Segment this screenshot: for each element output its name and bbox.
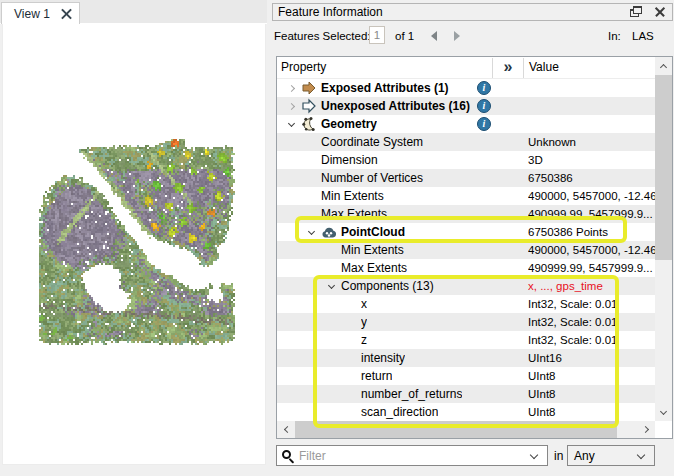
property-value: x, ..., gps_time: [528, 277, 655, 295]
property-name: Geometry: [321, 117, 377, 131]
property-row-min-extents[interactable]: Min Extents490000, 5457000, -12.46: [277, 187, 655, 205]
horizontal-scrollbar-thumb[interactable]: [295, 421, 617, 438]
point-cloud-render[interactable]: [39, 137, 237, 371]
float-panel-button[interactable]: [630, 6, 642, 17]
property-row-pointcloud[interactable]: PointCloud6750386 Points: [277, 223, 655, 241]
property-name: z: [361, 333, 367, 347]
property-name: return: [361, 369, 392, 383]
chevron-right-icon: [287, 84, 294, 91]
property-name: PointCloud: [341, 225, 405, 239]
info-icon[interactable]: i: [477, 117, 491, 131]
in-label: In:: [608, 30, 621, 42]
property-row-max-extents[interactable]: Max Extents490999.99, 5457999.9...: [277, 205, 655, 223]
chevron-down-icon: [287, 119, 294, 126]
format-label: LAS: [632, 30, 654, 42]
scroll-left-button[interactable]: [277, 421, 294, 438]
property-row-intensity[interactable]: intensityUInt16: [277, 349, 655, 367]
search-icon: [282, 449, 296, 463]
property-table: Property » Value Exposed Attributes (1)i…: [276, 56, 673, 439]
feature-selector-row: Features Selected: 1 of 1 In: LAS: [271, 22, 674, 54]
expand-arrow-icon[interactable]: [281, 101, 301, 112]
scope-dropdown-arrow-icon: [637, 451, 645, 459]
property-row-dimension[interactable]: Dimension3D: [277, 151, 655, 169]
property-value: 490000, 5457000, -12.46: [528, 187, 655, 205]
property-name: Min Extents: [341, 243, 404, 257]
property-value: Unknown: [528, 133, 655, 151]
property-row-y[interactable]: yInt32, Scale: 0.01: [277, 313, 655, 331]
filter-input[interactable]: Filter: [276, 445, 548, 466]
view-panel: View 1: [0, 0, 271, 476]
tab-close-icon[interactable]: [61, 8, 73, 20]
property-table-header: Property » Value: [277, 57, 655, 79]
info-icon[interactable]: i: [477, 81, 491, 95]
scroll-down-button[interactable]: [655, 404, 672, 421]
value-column-header[interactable]: Value: [529, 60, 559, 74]
collapse-arrow-icon[interactable]: [321, 281, 341, 292]
scroll-up-button[interactable]: [655, 57, 672, 74]
close-panel-button[interactable]: [655, 6, 666, 17]
property-value: UInt8: [528, 385, 655, 403]
property-value: UInt16: [528, 349, 655, 367]
property-value: 490000, 5457000, -12.46: [528, 241, 655, 259]
expand-all-button[interactable]: »: [495, 57, 521, 78]
filter-dropdown-arrow-icon[interactable]: [530, 451, 538, 459]
property-name: Components (13): [341, 279, 434, 293]
property-column-header[interactable]: Property: [281, 60, 326, 74]
filter-placeholder: Filter: [299, 449, 326, 463]
property-value: Int32, Scale: 0.01: [528, 295, 655, 313]
chevron-right-icon: [287, 102, 294, 109]
float-icon: [633, 6, 642, 14]
property-name: Max Extents: [341, 261, 407, 275]
panel-titlebar[interactable]: Feature Information: [272, 3, 673, 21]
tab-view-1[interactable]: View 1: [1, 2, 80, 24]
property-value: 3D: [528, 151, 655, 169]
property-value: UInt8: [528, 403, 655, 421]
property-row-unexposed-attributes-16[interactable]: Unexposed Attributes (16)i: [277, 97, 655, 115]
view-3d-viewport[interactable]: [2, 24, 266, 465]
property-row-exposed-attributes-1[interactable]: Exposed Attributes (1)i: [277, 79, 655, 97]
property-value: 6750386: [528, 169, 655, 187]
property-name: Exposed Attributes (1): [321, 81, 449, 95]
filter-bar: Filter in Any: [271, 444, 674, 468]
horizontal-scrollbar[interactable]: [277, 421, 655, 438]
property-row-components-13[interactable]: Components (13)x, ..., gps_time: [277, 277, 655, 295]
property-value: [528, 115, 655, 133]
filter-scope-dropdown[interactable]: Any: [567, 445, 655, 466]
feature-index-box[interactable]: 1: [369, 26, 385, 44]
vertical-scrollbar-thumb[interactable]: [655, 75, 672, 260]
property-row-coordinate-system[interactable]: Coordinate SystemUnknown: [277, 133, 655, 151]
panel-title: Feature Information: [278, 5, 383, 19]
unexposed-attributes-icon: [301, 98, 317, 114]
collapse-arrow-icon[interactable]: [301, 227, 321, 238]
expand-arrow-icon[interactable]: [281, 83, 301, 94]
property-row-return[interactable]: returnUInt8: [277, 367, 655, 385]
header-separator: [523, 58, 524, 78]
property-row-number-of-returns[interactable]: number_of_returnsUInt8: [277, 385, 655, 403]
property-name: scan_direction: [361, 405, 438, 419]
property-row-scan-direction[interactable]: scan_directionUInt8: [277, 403, 655, 421]
left-arrow-icon: [283, 426, 290, 433]
vertical-scrollbar[interactable]: [655, 57, 672, 421]
pointcloud-icon: [321, 224, 337, 240]
property-row-geometry[interactable]: Geometryi: [277, 115, 655, 133]
property-row-max-extents[interactable]: Max Extents490999.99, 5457999.9...: [277, 259, 655, 277]
filter-scope-value: Any: [574, 449, 595, 463]
collapse-arrow-icon[interactable]: [281, 119, 301, 130]
previous-feature-button[interactable]: [431, 31, 437, 41]
property-value: [528, 79, 655, 97]
feature-count-label: of 1: [395, 30, 414, 42]
property-row-min-extents[interactable]: Min Extents490000, 5457000, -12.46: [277, 241, 655, 259]
chevron-down-icon: [327, 281, 334, 288]
property-name: Number of Vertices: [321, 171, 423, 185]
header-separator: [492, 58, 493, 78]
scroll-right-button[interactable]: [638, 421, 655, 438]
property-row-z[interactable]: zInt32, Scale: 0.01: [277, 331, 655, 349]
property-row-x[interactable]: xInt32, Scale: 0.01: [277, 295, 655, 313]
property-rows: Exposed Attributes (1)iUnexposed Attribu…: [277, 79, 655, 421]
property-value: Int32, Scale: 0.01: [528, 331, 655, 349]
exposed-attributes-icon: [301, 80, 317, 96]
property-row-number-of-vertices[interactable]: Number of Vertices6750386: [277, 169, 655, 187]
next-feature-button[interactable]: [454, 31, 460, 41]
property-name: number_of_returns: [361, 387, 462, 401]
info-icon[interactable]: i: [477, 99, 491, 113]
